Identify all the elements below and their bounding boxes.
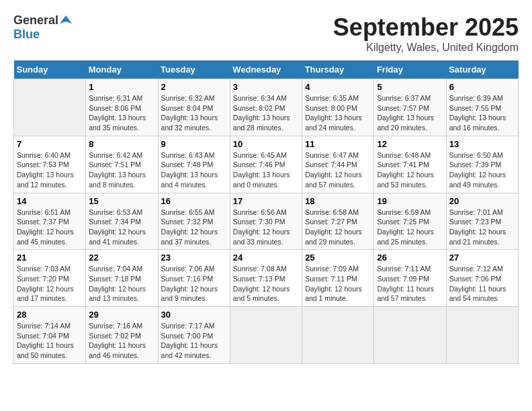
day-number: 15 xyxy=(89,196,154,206)
day-info: Sunrise: 7:06 AM Sunset: 7:16 PM Dayligh… xyxy=(161,264,227,304)
day-cell: 7Sunrise: 6:40 AM Sunset: 7:53 PM Daylig… xyxy=(14,136,86,193)
day-cell: 4Sunrise: 6:35 AM Sunset: 8:00 PM Daylig… xyxy=(302,79,374,136)
day-number: 25 xyxy=(305,253,371,263)
day-info: Sunrise: 6:45 AM Sunset: 7:46 PM Dayligh… xyxy=(233,150,299,190)
day-number: 3 xyxy=(233,82,299,92)
day-cell: 23Sunrise: 7:06 AM Sunset: 7:16 PM Dayli… xyxy=(158,250,230,307)
week-row-4: 21Sunrise: 7:03 AM Sunset: 7:20 PM Dayli… xyxy=(14,250,519,307)
day-number: 14 xyxy=(17,196,83,206)
day-cell: 18Sunrise: 6:58 AM Sunset: 7:27 PM Dayli… xyxy=(302,193,374,250)
day-cell: 17Sunrise: 6:56 AM Sunset: 7:30 PM Dayli… xyxy=(230,193,302,250)
day-info: Sunrise: 7:09 AM Sunset: 7:11 PM Dayligh… xyxy=(305,264,371,304)
day-info: Sunrise: 6:42 AM Sunset: 7:51 PM Dayligh… xyxy=(89,150,154,190)
day-info: Sunrise: 6:35 AM Sunset: 8:00 PM Dayligh… xyxy=(305,93,371,133)
day-number: 7 xyxy=(17,139,83,149)
day-number: 5 xyxy=(377,82,443,92)
day-info: Sunrise: 6:43 AM Sunset: 7:48 PM Dayligh… xyxy=(161,150,227,190)
day-cell: 25Sunrise: 7:09 AM Sunset: 7:11 PM Dayli… xyxy=(302,250,374,307)
weekday-header-wednesday: Wednesday xyxy=(230,60,302,79)
day-cell: 11Sunrise: 6:47 AM Sunset: 7:44 PM Dayli… xyxy=(302,136,374,193)
day-info: Sunrise: 6:56 AM Sunset: 7:30 PM Dayligh… xyxy=(233,208,299,247)
page-header: General Blue September 2025 Kilgetty, Wa… xyxy=(13,13,519,54)
week-row-1: 1Sunrise: 6:31 AM Sunset: 8:06 PM Daylig… xyxy=(14,79,519,136)
day-info: Sunrise: 7:14 AM Sunset: 7:04 PM Dayligh… xyxy=(17,321,83,361)
day-info: Sunrise: 6:51 AM Sunset: 7:37 PM Dayligh… xyxy=(17,208,83,247)
day-number: 30 xyxy=(161,310,227,320)
weekday-header-sunday: Sunday xyxy=(14,60,86,79)
day-cell: 16Sunrise: 6:55 AM Sunset: 7:32 PM Dayli… xyxy=(158,193,230,250)
day-cell: 10Sunrise: 6:45 AM Sunset: 7:46 PM Dayli… xyxy=(230,136,302,193)
day-number: 6 xyxy=(449,82,515,92)
calendar-table: SundayMondayTuesdayWednesdayThursdayFrid… xyxy=(13,60,519,364)
week-row-5: 28Sunrise: 7:14 AM Sunset: 7:04 PM Dayli… xyxy=(14,307,519,364)
day-cell: 12Sunrise: 6:48 AM Sunset: 7:41 PM Dayli… xyxy=(374,136,446,193)
day-info: Sunrise: 6:55 AM Sunset: 7:32 PM Dayligh… xyxy=(161,208,227,247)
day-info: Sunrise: 6:32 AM Sunset: 8:04 PM Dayligh… xyxy=(161,93,227,133)
day-number: 12 xyxy=(377,139,443,149)
day-info: Sunrise: 7:01 AM Sunset: 7:23 PM Dayligh… xyxy=(449,208,515,247)
weekday-header-thursday: Thursday xyxy=(302,60,374,79)
day-number: 27 xyxy=(449,253,515,263)
day-cell: 21Sunrise: 7:03 AM Sunset: 7:20 PM Dayli… xyxy=(14,250,86,307)
logo-blue-text: Blue xyxy=(13,28,40,41)
day-number: 9 xyxy=(161,139,227,149)
day-cell: 14Sunrise: 6:51 AM Sunset: 7:37 PM Dayli… xyxy=(14,193,86,250)
day-cell: 29Sunrise: 7:16 AM Sunset: 7:02 PM Dayli… xyxy=(86,307,158,364)
day-number: 24 xyxy=(233,253,299,263)
day-info: Sunrise: 6:34 AM Sunset: 8:02 PM Dayligh… xyxy=(233,93,299,133)
day-cell: 5Sunrise: 6:37 AM Sunset: 7:57 PM Daylig… xyxy=(374,79,446,136)
weekday-header-monday: Monday xyxy=(86,60,158,79)
day-info: Sunrise: 7:17 AM Sunset: 7:00 PM Dayligh… xyxy=(161,321,227,361)
day-cell: 22Sunrise: 7:04 AM Sunset: 7:18 PM Dayli… xyxy=(86,250,158,307)
day-number: 23 xyxy=(161,253,227,263)
day-cell: 1Sunrise: 6:31 AM Sunset: 8:06 PM Daylig… xyxy=(86,79,158,136)
day-info: Sunrise: 6:37 AM Sunset: 7:57 PM Dayligh… xyxy=(377,93,443,133)
day-cell: 9Sunrise: 6:43 AM Sunset: 7:48 PM Daylig… xyxy=(158,136,230,193)
day-cell: 15Sunrise: 6:53 AM Sunset: 7:34 PM Dayli… xyxy=(86,193,158,250)
day-cell xyxy=(302,307,374,364)
day-info: Sunrise: 6:53 AM Sunset: 7:34 PM Dayligh… xyxy=(89,208,154,247)
day-cell: 30Sunrise: 7:17 AM Sunset: 7:00 PM Dayli… xyxy=(158,307,230,364)
day-cell: 6Sunrise: 6:39 AM Sunset: 7:55 PM Daylig… xyxy=(446,79,518,136)
day-cell: 26Sunrise: 7:11 AM Sunset: 7:09 PM Dayli… xyxy=(374,250,446,307)
day-number: 10 xyxy=(233,139,299,149)
day-number: 13 xyxy=(449,139,515,149)
day-cell: 19Sunrise: 6:59 AM Sunset: 7:25 PM Dayli… xyxy=(374,193,446,250)
title-area: September 2025 Kilgetty, Wales, United K… xyxy=(333,13,519,54)
day-info: Sunrise: 6:47 AM Sunset: 7:44 PM Dayligh… xyxy=(305,150,371,190)
day-number: 26 xyxy=(377,253,443,263)
day-number: 17 xyxy=(233,196,299,206)
day-info: Sunrise: 6:59 AM Sunset: 7:25 PM Dayligh… xyxy=(377,208,443,247)
day-info: Sunrise: 6:40 AM Sunset: 7:53 PM Dayligh… xyxy=(17,150,83,190)
day-cell: 24Sunrise: 7:08 AM Sunset: 7:13 PM Dayli… xyxy=(230,250,302,307)
day-info: Sunrise: 7:12 AM Sunset: 7:06 PM Dayligh… xyxy=(449,264,515,304)
weekday-header-friday: Friday xyxy=(374,60,446,79)
day-number: 19 xyxy=(377,196,443,206)
day-number: 4 xyxy=(305,82,371,92)
day-cell: 2Sunrise: 6:32 AM Sunset: 8:04 PM Daylig… xyxy=(158,79,230,136)
day-info: Sunrise: 7:11 AM Sunset: 7:09 PM Dayligh… xyxy=(377,264,443,304)
day-number: 22 xyxy=(89,253,154,263)
svg-marker-0 xyxy=(60,15,72,24)
month-title: September 2025 xyxy=(333,13,519,42)
day-number: 28 xyxy=(17,310,83,320)
day-info: Sunrise: 6:39 AM Sunset: 7:55 PM Dayligh… xyxy=(449,93,515,133)
logo-general-text: General xyxy=(13,13,58,28)
day-number: 20 xyxy=(449,196,515,206)
day-cell xyxy=(446,307,518,364)
day-info: Sunrise: 6:31 AM Sunset: 8:06 PM Dayligh… xyxy=(89,93,154,133)
day-number: 1 xyxy=(89,82,154,92)
location: Kilgetty, Wales, United Kingdom xyxy=(333,42,519,54)
day-info: Sunrise: 7:04 AM Sunset: 7:18 PM Dayligh… xyxy=(89,264,154,304)
day-number: 29 xyxy=(89,310,154,320)
day-info: Sunrise: 7:03 AM Sunset: 7:20 PM Dayligh… xyxy=(17,264,83,304)
weekday-header-saturday: Saturday xyxy=(446,60,518,79)
day-number: 8 xyxy=(89,139,154,149)
day-cell xyxy=(14,79,86,136)
day-info: Sunrise: 6:48 AM Sunset: 7:41 PM Dayligh… xyxy=(377,150,443,190)
day-number: 21 xyxy=(17,253,83,263)
day-number: 16 xyxy=(161,196,227,206)
day-cell: 13Sunrise: 6:50 AM Sunset: 7:39 PM Dayli… xyxy=(446,136,518,193)
day-cell: 20Sunrise: 7:01 AM Sunset: 7:23 PM Dayli… xyxy=(446,193,518,250)
day-info: Sunrise: 6:50 AM Sunset: 7:39 PM Dayligh… xyxy=(449,150,515,190)
